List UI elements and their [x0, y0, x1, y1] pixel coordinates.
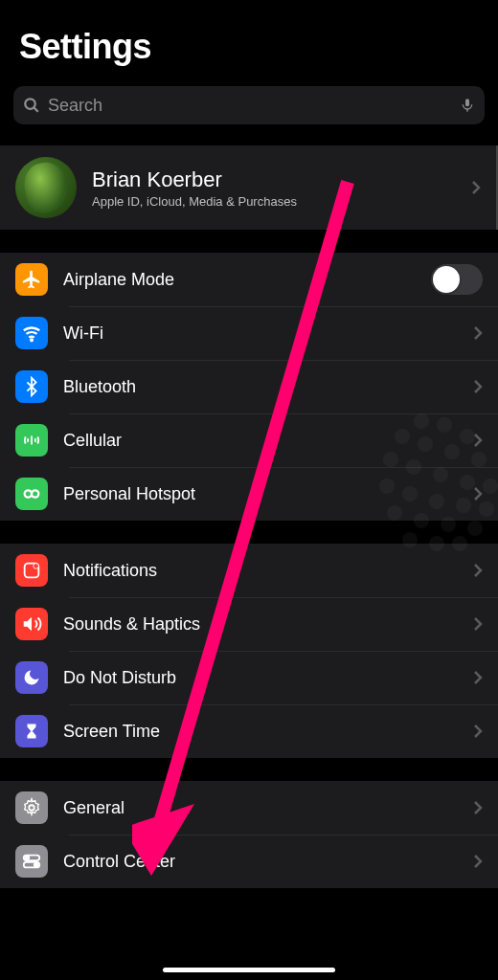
chevron-right-icon — [473, 563, 483, 578]
account-subtitle: Apple ID, iCloud, Media & Purchases — [92, 194, 456, 209]
cellular-row[interactable]: Cellular — [0, 413, 498, 467]
search-bar[interactable] — [13, 86, 485, 124]
svg-point-12 — [26, 857, 30, 860]
account-row[interactable]: Brian Koerber Apple ID, iCloud, Media & … — [0, 145, 498, 230]
svg-point-4 — [31, 339, 33, 341]
moon-icon — [15, 661, 48, 694]
dnd-row[interactable]: Do Not Disturb — [0, 651, 498, 704]
dnd-label: Do Not Disturb — [63, 668, 458, 688]
airplane-toggle[interactable] — [431, 264, 483, 295]
bluetooth-icon — [15, 370, 48, 403]
chevron-right-icon — [473, 800, 483, 815]
svg-rect-2 — [465, 99, 469, 106]
mic-icon[interactable] — [460, 95, 475, 116]
hourglass-icon — [15, 715, 48, 747]
svg-point-7 — [32, 490, 38, 497]
chevron-right-icon — [471, 180, 481, 195]
cellular-label: Cellular — [63, 431, 458, 451]
control-center-label: Control Center — [63, 852, 458, 872]
hotspot-label: Personal Hotspot — [63, 484, 458, 504]
wifi-row[interactable]: Wi-Fi — [0, 306, 498, 360]
home-indicator[interactable] — [163, 968, 335, 972]
settings-header: Settings — [0, 0, 498, 78]
chevron-right-icon — [473, 486, 483, 501]
connectivity-section: Airplane Mode Wi-Fi Bluetooth Cellular — [0, 253, 498, 521]
svg-point-0 — [25, 99, 35, 109]
svg-line-1 — [34, 107, 38, 112]
bluetooth-row[interactable]: Bluetooth — [0, 360, 498, 413]
general-section: General Control Center — [0, 781, 498, 888]
airplane-label: Airplane Mode — [63, 270, 416, 290]
avatar — [15, 157, 77, 218]
chevron-right-icon — [473, 670, 483, 685]
general-label: General — [63, 798, 458, 818]
chevron-right-icon — [473, 854, 483, 869]
airplane-mode-row[interactable]: Airplane Mode — [0, 253, 498, 306]
airplane-icon — [15, 263, 48, 296]
general-row[interactable]: General — [0, 781, 498, 835]
page-title: Settings — [19, 27, 479, 67]
cellular-icon — [15, 424, 48, 457]
notifications-section: Notifications Sounds & Haptics Do Not Di… — [0, 544, 498, 758]
account-name: Brian Koerber — [92, 167, 456, 192]
account-text: Brian Koerber Apple ID, iCloud, Media & … — [92, 167, 456, 209]
chevron-right-icon — [473, 433, 483, 448]
notifications-label: Notifications — [63, 561, 458, 581]
hotspot-row[interactable]: Personal Hotspot — [0, 467, 498, 521]
sounds-icon — [15, 608, 48, 640]
notifications-icon — [15, 554, 48, 587]
chevron-right-icon — [473, 325, 483, 341]
search-icon — [23, 97, 40, 114]
chevron-right-icon — [473, 616, 483, 632]
screentime-row[interactable]: Screen Time — [0, 704, 498, 758]
svg-point-14 — [34, 863, 38, 867]
chevron-right-icon — [473, 379, 483, 394]
svg-point-39 — [467, 521, 483, 536]
wifi-label: Wi-Fi — [63, 323, 458, 344]
toggles-icon — [15, 845, 48, 878]
screentime-label: Screen Time — [63, 722, 458, 742]
svg-point-9 — [34, 564, 39, 569]
search-input[interactable] — [48, 96, 452, 116]
gear-icon — [15, 791, 48, 824]
bluetooth-label: Bluetooth — [63, 377, 458, 397]
hotspot-icon — [15, 478, 48, 510]
sounds-row[interactable]: Sounds & Haptics — [0, 597, 498, 651]
sounds-label: Sounds & Haptics — [63, 614, 458, 635]
notifications-row[interactable]: Notifications — [0, 544, 498, 597]
chevron-right-icon — [473, 724, 483, 739]
svg-point-10 — [29, 805, 34, 811]
wifi-icon — [15, 317, 48, 349]
control-center-row[interactable]: Control Center — [0, 835, 498, 888]
